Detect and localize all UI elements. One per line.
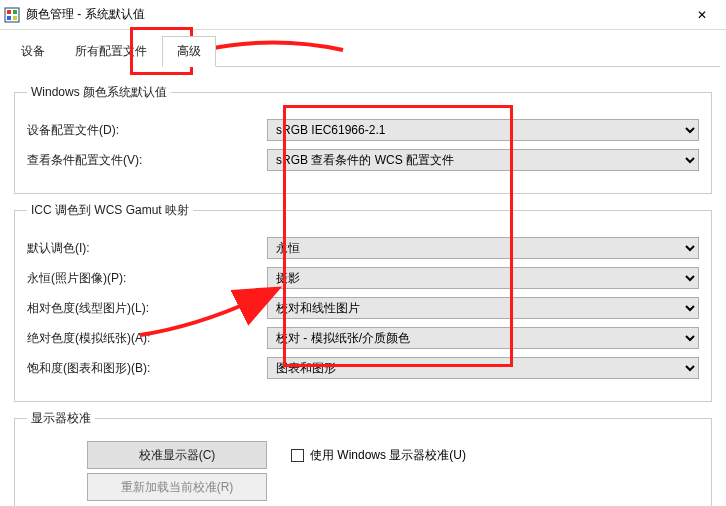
use-windows-calibration-checkbox[interactable]: 使用 Windows 显示器校准(U) bbox=[291, 447, 466, 464]
viewing-profile-select[interactable]: sRGB 查看条件的 WCS 配置文件 bbox=[267, 149, 699, 171]
group-icc-gamut-legend: ICC 调色到 WCS Gamut 映射 bbox=[27, 202, 193, 219]
group-display-calibration: 显示器校准 校准显示器(C) 使用 Windows 显示器校准(U) 重新加载当… bbox=[14, 410, 712, 506]
absolute-colorimetric-select[interactable]: 校对 - 模拟纸张/介质颜色 bbox=[267, 327, 699, 349]
viewing-profile-label: 查看条件配置文件(V): bbox=[27, 152, 267, 169]
tab-all-profiles[interactable]: 所有配置文件 bbox=[60, 36, 162, 67]
close-icon: ✕ bbox=[697, 8, 707, 22]
svg-rect-4 bbox=[13, 16, 17, 20]
relative-colorimetric-label: 相对色度(线型图片)(L): bbox=[27, 300, 267, 317]
group-display-calibration-legend: 显示器校准 bbox=[27, 410, 95, 427]
saturation-label: 饱和度(图表和图形)(B): bbox=[27, 360, 267, 377]
group-icc-gamut: ICC 调色到 WCS Gamut 映射 默认调色(I): 永恒 永恒(照片图像… bbox=[14, 202, 712, 402]
calibrate-display-button[interactable]: 校准显示器(C) bbox=[87, 441, 267, 469]
saturation-select[interactable]: 图表和图形 bbox=[267, 357, 699, 379]
window-title: 颜色管理 - 系统默认值 bbox=[26, 6, 682, 23]
svg-rect-3 bbox=[7, 16, 11, 20]
use-windows-calibration-label: 使用 Windows 显示器校准(U) bbox=[310, 447, 466, 464]
default-rendering-select[interactable]: 永恒 bbox=[267, 237, 699, 259]
svg-rect-1 bbox=[7, 10, 11, 14]
relative-colorimetric-select[interactable]: 校对和线性图片 bbox=[267, 297, 699, 319]
group-windows-defaults: Windows 颜色系统默认值 设备配置文件(D): sRGB IEC61966… bbox=[14, 84, 712, 194]
absolute-colorimetric-label: 绝对色度(模拟纸张)(A): bbox=[27, 330, 267, 347]
perceptual-label: 永恒(照片图像)(P): bbox=[27, 270, 267, 287]
reload-calibration-button: 重新加载当前校准(R) bbox=[87, 473, 267, 501]
tab-device[interactable]: 设备 bbox=[6, 36, 60, 67]
checkbox-icon bbox=[291, 449, 304, 462]
device-profile-label: 设备配置文件(D): bbox=[27, 122, 267, 139]
close-button[interactable]: ✕ bbox=[682, 1, 722, 29]
tab-advanced[interactable]: 高级 bbox=[162, 36, 216, 67]
svg-rect-2 bbox=[13, 10, 17, 14]
group-windows-defaults-legend: Windows 颜色系统默认值 bbox=[27, 84, 171, 101]
default-rendering-label: 默认调色(I): bbox=[27, 240, 267, 257]
perceptual-select[interactable]: 摄影 bbox=[267, 267, 699, 289]
device-profile-select[interactable]: sRGB IEC61966-2.1 bbox=[267, 119, 699, 141]
app-icon bbox=[4, 7, 20, 23]
